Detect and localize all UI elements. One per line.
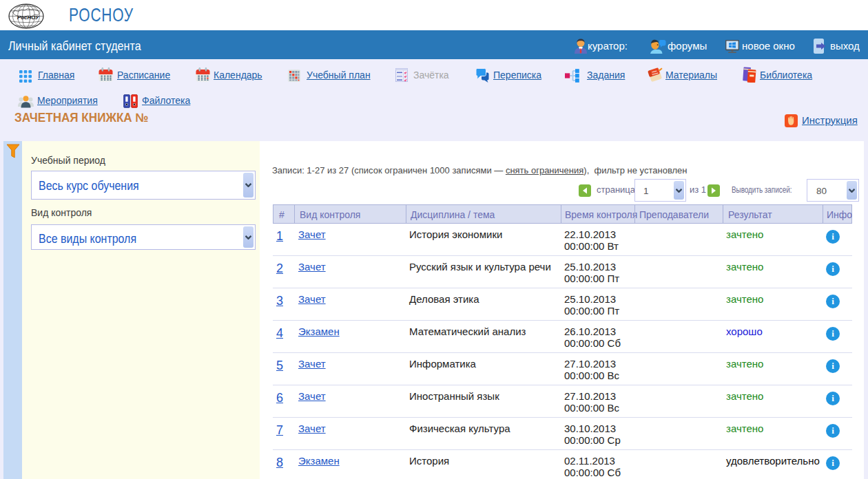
svg-text:РосНОУ: РосНОУ	[17, 14, 39, 21]
